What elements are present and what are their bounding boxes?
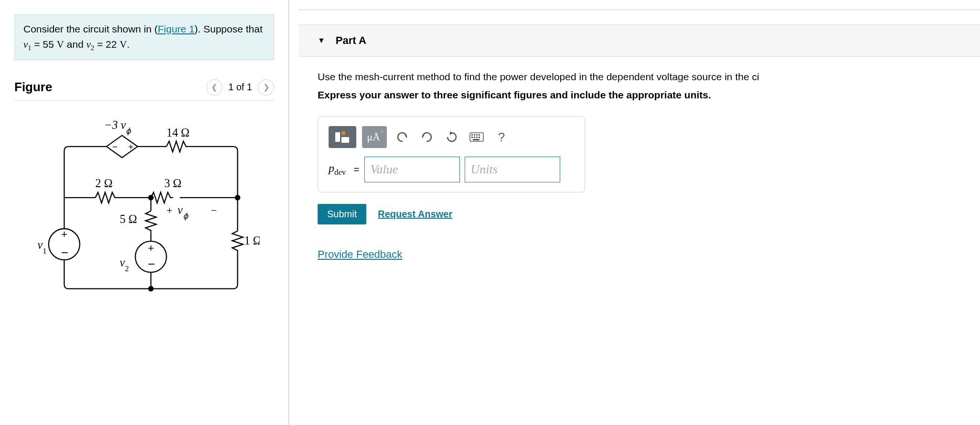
svg-rect-20 [474,137,475,138]
svg-text:−: − [148,257,155,271]
vphi-plus: + [167,204,173,216]
circuit-svg: − + + − [29,120,260,307]
figure-pager: ❮ 1 of 1 ❯ [206,79,274,96]
svg-rect-18 [479,134,480,136]
svg-rect-12 [341,131,345,135]
svg-text:−: − [112,142,117,152]
equals-sign: = [353,164,359,175]
templates-button[interactable] [329,126,356,148]
v2-var: v [86,39,91,50]
collapse-icon: ▼ [318,36,325,45]
keyboard-button[interactable] [467,128,486,147]
svg-rect-15 [471,134,473,136]
prev-figure-button[interactable]: ❮ [206,79,223,96]
svg-rect-16 [474,134,475,136]
vphi-minus: − [211,204,217,216]
vphi-label: vϕ [178,203,189,221]
figure-link[interactable]: Figure 1 [158,23,194,34]
v1-label: v1 [38,238,47,255]
answer-block: μÅ° ? pdev = Value Units [318,116,585,192]
part-a-header[interactable]: ▼ Part A [298,24,980,57]
r14-label: 14 Ω [167,126,190,139]
svg-rect-21 [476,137,478,138]
templates-icon [334,130,351,144]
pager-text: 1 of 1 [228,82,252,93]
units-placeholder: Units [471,162,498,177]
request-answer-link[interactable]: Request Answer [378,209,452,220]
svg-rect-11 [335,132,340,142]
units-button-label: μÅ [367,131,380,143]
unit-v2: V [120,39,127,50]
r2-label: 2 Ω [96,177,113,190]
units-input[interactable]: Units [465,157,560,182]
eq1: = 55 [32,39,57,50]
top-divider [298,10,980,10]
reset-icon [446,131,458,143]
svg-text:+: + [128,142,133,152]
eq2: = 22 [94,39,119,50]
undo-icon [396,132,408,142]
svg-rect-23 [473,139,479,140]
value-input[interactable]: Value [364,157,460,182]
value-placeholder: Value [371,162,398,177]
next-figure-button[interactable]: ❯ [258,79,274,96]
svg-rect-13 [341,137,349,143]
r1-label: 1 Ω [244,234,260,246]
v1-var: v [23,39,28,50]
answer-toolbar: μÅ° ? [329,126,574,148]
part-a-title: Part A [336,34,366,47]
r3-label: 3 Ω [164,177,181,190]
problem-mid: ). Suppose that [194,23,262,34]
undo-button[interactable] [393,128,412,147]
submit-button[interactable]: Submit [318,204,366,224]
svg-rect-17 [476,134,478,136]
svg-rect-19 [471,137,473,138]
problem-statement: Consider the circuit shown in (Figure 1)… [14,14,274,60]
and-text: and [64,39,86,50]
reset-button[interactable] [442,128,461,147]
v1-sub: 1 [28,44,31,52]
keyboard-icon [469,132,484,142]
figure-title: Figure [14,80,52,95]
dep-source-label: −3 vϕ [104,120,131,135]
v2-label: v2 [120,256,129,273]
circuit-figure: − + + − [14,115,274,314]
answer-variable: pdev [329,162,346,177]
redo-button[interactable] [417,128,437,147]
help-button[interactable]: ? [492,128,511,147]
svg-text:−: − [61,245,68,259]
svg-rect-22 [479,137,480,138]
units-button[interactable]: μÅ° [362,126,387,148]
svg-text:+: + [148,242,154,254]
instruction-bold: Express your answer to three significant… [318,89,961,101]
svg-text:+: + [61,228,67,240]
provide-feedback-link[interactable]: Provide Feedback [318,248,402,260]
redo-icon [421,132,433,142]
instruction-line: Use the mesh-current method to find the … [318,71,961,83]
unit-v1: V [57,39,64,50]
problem-prefix: Consider the circuit shown in ( [23,23,158,34]
r5-label: 5 Ω [120,212,137,225]
period: . [127,39,130,50]
